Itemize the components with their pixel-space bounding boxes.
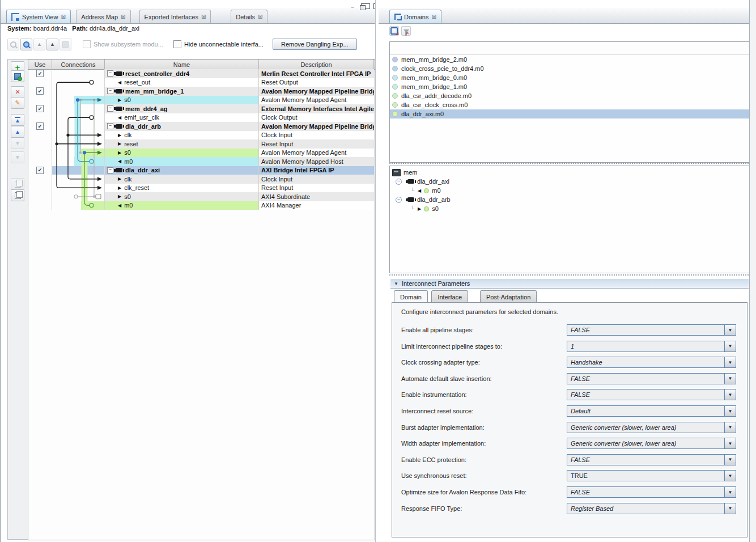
tab-exported-interfaces[interactable]: Exported Interfaces⊠	[139, 10, 211, 23]
dropdown-arrow-icon[interactable]: ▼	[724, 406, 736, 416]
param-dropdown-enable-instrumentation[interactable]: FALSE▼	[567, 389, 736, 400]
tab-close-icon[interactable]: ⊠	[61, 14, 65, 20]
show-subsystem-checkbox[interactable]	[83, 40, 91, 48]
dropdown-arrow-icon[interactable]: ▼	[724, 357, 736, 367]
move-up-level-2-button[interactable]: ▲	[46, 39, 58, 50]
table-row-s0[interactable]: ▶s0Avalon Memory Mapped Agent	[28, 149, 375, 158]
table-row-reset_out[interactable]: ◀reset_outReset Output	[28, 78, 375, 87]
param-dropdown-burst-adapter-implementation[interactable]: Generic converter (slower, lower area)▼	[567, 422, 736, 433]
dropdown-arrow-icon[interactable]: ▼	[724, 455, 736, 465]
remove-button[interactable]: ✕	[11, 86, 24, 98]
tab-details[interactable]: Details⊠	[231, 10, 267, 23]
move-bottom-button[interactable]: ▼	[11, 151, 24, 163]
param-dropdown-interconnect-reset-source[interactable]: Default▼	[567, 405, 736, 417]
dropdown-arrow-icon[interactable]: ▼	[724, 325, 736, 335]
dropdown-arrow-icon[interactable]: ▼	[724, 503, 736, 514]
table-row-clk[interactable]: ▶clkClock Input	[28, 131, 375, 140]
duplicate-button[interactable]	[11, 189, 24, 201]
remove-dangling-button[interactable]: Remove Dangling Exp...	[273, 39, 357, 50]
dropdown-arrow-icon[interactable]: ▼	[724, 487, 736, 497]
zoom-out-button[interactable]	[7, 39, 19, 50]
table-row-reset[interactable]: ▶resetReset Input	[28, 139, 375, 149]
table-row-m0[interactable]: ◀m0Avalon Memory Mapped Host	[28, 157, 375, 166]
domain-item-mem_mm_bridge_2.m0[interactable]: mem_mm_bridge_2.m0	[390, 55, 749, 64]
dropdown-arrow-icon[interactable]: ▼	[724, 374, 736, 384]
params-header[interactable]: ▼ Interconnect Parameters	[390, 279, 749, 289]
tab-address-map[interactable]: Address Map⊠	[76, 10, 130, 23]
table-row-m0[interactable]: ◀m0AXI4 Manager	[28, 201, 375, 210]
tab-close-icon[interactable]: ⊠	[258, 14, 262, 20]
tree-expander-icon[interactable]: −	[396, 179, 402, 185]
dropdown-arrow-icon[interactable]: ▼	[724, 471, 736, 481]
params-tab-post-adaptation[interactable]: Post-Adaptation	[480, 290, 537, 303]
domain-item-dla_csr_addr_decode.m0[interactable]: dla_csr_addr_decode.m0	[390, 91, 749, 100]
param-dropdown-width-adapter-implementation[interactable]: Generic converter (slower, lower area)▼	[567, 438, 736, 449]
column-header-connections[interactable]: Connections	[52, 60, 105, 69]
copy-button[interactable]	[11, 178, 24, 190]
param-dropdown-clock-crossing-adapter-type[interactable]: Handshake▼	[567, 357, 736, 368]
table-row-emif_usr_clk[interactable]: ◀emif_usr_clkClock Output	[28, 113, 375, 122]
use-checkbox[interactable]: ✔	[36, 167, 44, 174]
move-top-button[interactable]: ▲	[11, 114, 24, 126]
move-down-button[interactable]: ▼	[11, 137, 24, 149]
tree-leaf-m0[interactable]: └◀m0	[392, 186, 749, 195]
tree-node-dla_ddr_axi[interactable]: −dla_ddr_axi	[392, 177, 749, 186]
tab-close-icon[interactable]: ⊠	[121, 14, 125, 20]
param-dropdown-optimize-size-for-avalon-response-data-fifo[interactable]: FALSE▼	[567, 486, 736, 498]
right-scroll-strip[interactable]	[749, 0, 756, 542]
table-row-s0[interactable]: ▶s0AXI4 Subordinate	[28, 192, 375, 201]
dropdown-arrow-icon[interactable]: ▼	[724, 389, 736, 400]
domain-item-dla_csr_clock_cross.m0[interactable]: dla_csr_clock_cross.m0	[390, 100, 749, 109]
dropdown-arrow-icon[interactable]: ▼	[724, 341, 736, 352]
tab-system-view[interactable]: System View⊠	[6, 10, 71, 23]
expander-icon[interactable]: −	[107, 70, 113, 77]
column-header-use[interactable]: Use	[28, 60, 52, 69]
table-row-clk[interactable]: ▶clkClock Input	[28, 175, 375, 184]
hide-unconnectable-checkbox[interactable]	[173, 40, 181, 48]
clear-filter-button[interactable]	[401, 26, 411, 36]
param-dropdown-response-fifo-type[interactable]: Register Based▼	[567, 503, 736, 514]
tab-domains[interactable]: Domains ⊠	[389, 10, 441, 23]
param-dropdown-limit-interconnect-pipeline-stages-to[interactable]: 1▼	[567, 341, 736, 352]
param-dropdown-use-synchronous-reset[interactable]: TRUE▼	[567, 470, 736, 481]
table-row-s0[interactable]: ▶s0Avalon Memory Mapped Agent	[28, 96, 375, 105]
split-divider-1[interactable]	[389, 163, 749, 164]
move-up-level-button[interactable]: ▲	[33, 39, 45, 50]
column-header-name[interactable]: Name	[105, 60, 259, 69]
use-checkbox[interactable]: ✔	[36, 70, 44, 77]
dropdown-arrow-icon[interactable]: ▼	[724, 422, 736, 433]
param-dropdown-automate-default-slave-insertion[interactable]: FALSE▼	[567, 373, 736, 384]
use-checkbox[interactable]: ✔	[36, 122, 44, 130]
expander-icon[interactable]: −	[107, 105, 113, 112]
tab-close-icon[interactable]: ⊠	[201, 14, 206, 20]
table-row-mem_ddr4_ag[interactable]: ✔−mem_ddr4_agExternal Memory Interfaces …	[28, 104, 375, 113]
tree-leaf-s0[interactable]: └▶s0	[392, 204, 749, 213]
column-header-description[interactable]: Description	[259, 60, 374, 69]
use-checkbox[interactable]: ✔	[36, 105, 44, 112]
table-row-mem_mm_bridge_1[interactable]: ✔−mem_mm_bridge_1Avalon Memory Mapped Pi…	[28, 87, 375, 96]
tree-expander-icon[interactable]: −	[396, 197, 402, 203]
expander-icon[interactable]: −	[107, 88, 113, 94]
param-dropdown-enable-ecc-protection[interactable]: FALSE▼	[567, 454, 736, 465]
use-checkbox[interactable]: ✔	[36, 87, 44, 95]
params-tab-interface[interactable]: Interface	[431, 290, 468, 303]
table-row-dla_ddr_axi[interactable]: ✔−dla_ddr_axiAXI Bridge Intel FPGA IP	[28, 166, 375, 175]
minimize-icon[interactable]: –	[349, 3, 356, 10]
params-tab-domain[interactable]: Domain	[394, 290, 428, 303]
domain-item-clock_cross_pcie_to_ddr4.m0[interactable]: clock_cross_pcie_to_ddr4.m0	[390, 64, 749, 73]
tab-domains-close-icon[interactable]: ⊠	[431, 14, 436, 20]
tree-root-mem[interactable]: mem	[392, 168, 749, 177]
param-dropdown-enable-all-pipeline-stages[interactable]: FALSE▼	[567, 324, 736, 336]
zoom-in-button[interactable]	[20, 39, 32, 50]
expander-icon[interactable]: −	[107, 123, 113, 129]
domain-item-dla_ddr_axi.m0[interactable]: dla_ddr_axi.m0	[390, 109, 749, 118]
table-row-reset_controller_ddr4[interactable]: ✔−reset_controller_ddr4Merlin Reset Cont…	[28, 69, 375, 78]
add-connection-button[interactable]	[11, 70, 24, 82]
move-up-button[interactable]: ▲	[11, 126, 24, 138]
table-row-clk_reset[interactable]: ▶clk_resetReset Input	[28, 184, 375, 193]
select-domain-button[interactable]	[389, 26, 399, 36]
drag-mode-button[interactable]	[60, 39, 71, 50]
domain-item-mem_mm_bridge_1.m0[interactable]: mem_mm_bridge_1.m0	[390, 82, 749, 91]
table-row-dla_ddr_arb[interactable]: ✔−dla_ddr_arbAvalon Memory Mapped Pipeli…	[28, 122, 375, 131]
float-icon[interactable]	[361, 3, 369, 10]
